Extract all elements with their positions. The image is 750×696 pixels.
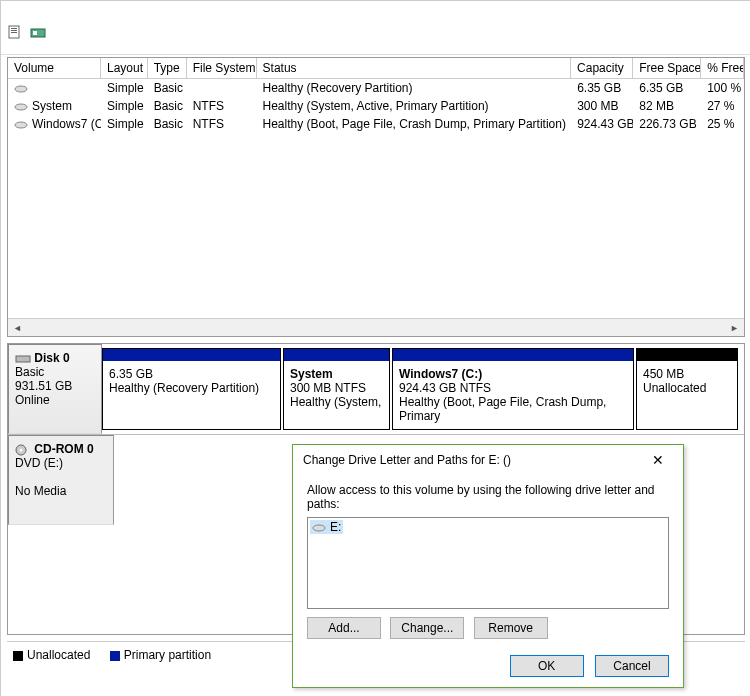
volume-icon bbox=[14, 83, 28, 95]
svg-rect-2 bbox=[11, 30, 17, 31]
disk-management-window: { "toolbar": {"icons": ["properties-icon… bbox=[0, 0, 750, 696]
partition[interactable]: Windows7 (C:)924.43 GB NTFSHealthy (Boot… bbox=[392, 348, 634, 430]
svg-point-8 bbox=[15, 122, 27, 128]
partition[interactable]: 6.35 GBHealthy (Recovery Partition) bbox=[102, 348, 281, 430]
column-headers[interactable]: Volume Layout Type File System Status Ca… bbox=[8, 58, 744, 79]
svg-point-12 bbox=[313, 525, 325, 531]
volume-icon bbox=[14, 101, 28, 113]
hscrollbar[interactable]: ◄ ► bbox=[8, 318, 744, 336]
dialog-title: Change Drive Letter and Paths for E: () bbox=[303, 453, 511, 467]
partition-bar bbox=[284, 349, 389, 361]
legend-label-unallocated: Unallocated bbox=[27, 648, 90, 662]
col-type[interactable]: Type bbox=[148, 58, 187, 78]
svg-rect-5 bbox=[33, 31, 37, 35]
drive-icon bbox=[312, 522, 326, 534]
disk-icon bbox=[15, 353, 31, 365]
remove-button[interactable]: Remove bbox=[474, 617, 548, 639]
svg-rect-1 bbox=[11, 28, 17, 29]
partition-bar bbox=[103, 349, 280, 361]
partition-map: 6.35 GBHealthy (Recovery Partition)Syste… bbox=[102, 348, 740, 430]
scroll-left-icon[interactable]: ◄ bbox=[10, 320, 25, 335]
partition-bar bbox=[637, 349, 737, 361]
menubar bbox=[1, 1, 750, 22]
refresh-icon[interactable] bbox=[30, 25, 46, 41]
col-pct[interactable]: % Free bbox=[701, 58, 744, 78]
svg-point-6 bbox=[15, 86, 27, 92]
volume-rows: SimpleBasicHealthy (Recovery Partition)6… bbox=[8, 79, 744, 318]
svg-point-7 bbox=[15, 104, 27, 110]
col-volume[interactable]: Volume bbox=[8, 58, 101, 78]
cdrom-icon bbox=[15, 444, 31, 456]
col-capacity[interactable]: Capacity bbox=[571, 58, 633, 78]
volume-list: Volume Layout Type File System Status Ca… bbox=[7, 57, 745, 337]
legend-swatch-unallocated bbox=[13, 651, 23, 661]
toolbar bbox=[1, 22, 750, 55]
col-fs[interactable]: File System bbox=[187, 58, 257, 78]
disk-header[interactable]: Disk 0Basic931.51 GBOnline bbox=[8, 344, 102, 434]
properties-icon[interactable] bbox=[7, 25, 23, 41]
legend-swatch-primary bbox=[110, 651, 120, 661]
disk-panel[interactable]: Disk 0Basic931.51 GBOnline6.35 GBHealthy… bbox=[8, 344, 744, 435]
ok-button[interactable]: OK bbox=[510, 655, 584, 677]
partition-bar bbox=[393, 349, 633, 361]
svg-point-11 bbox=[20, 448, 23, 451]
drive-letter-listbox[interactable]: E: bbox=[307, 517, 669, 609]
change-button[interactable]: Change... bbox=[390, 617, 464, 639]
disk-header[interactable]: CD-ROM 0DVD (E:)No Media bbox=[8, 435, 114, 525]
svg-rect-3 bbox=[11, 32, 17, 33]
table-row[interactable]: SystemSimpleBasicNTFSHealthy (System, Ac… bbox=[8, 97, 744, 115]
dialog-prompt: Allow access to this volume by using the… bbox=[307, 483, 669, 511]
partition[interactable]: System300 MB NTFSHealthy (System, bbox=[283, 348, 390, 430]
table-row[interactable]: Windows7 (C:)SimpleBasicNTFSHealthy (Boo… bbox=[8, 115, 744, 133]
change-drive-letter-dialog: Change Drive Letter and Paths for E: () … bbox=[292, 444, 684, 688]
volume-icon bbox=[14, 119, 28, 131]
cancel-button[interactable]: Cancel bbox=[595, 655, 669, 677]
close-icon[interactable]: ✕ bbox=[643, 445, 673, 475]
col-layout[interactable]: Layout bbox=[101, 58, 148, 78]
col-status[interactable]: Status bbox=[257, 58, 572, 78]
table-row[interactable]: SimpleBasicHealthy (Recovery Partition)6… bbox=[8, 79, 744, 97]
svg-rect-9 bbox=[16, 356, 30, 362]
add-button[interactable]: Add... bbox=[307, 617, 381, 639]
list-item[interactable]: E: bbox=[310, 520, 343, 534]
partition[interactable]: 450 MBUnallocated bbox=[636, 348, 738, 430]
scroll-right-icon[interactable]: ► bbox=[727, 320, 742, 335]
legend-label-primary: Primary partition bbox=[124, 648, 211, 662]
col-free[interactable]: Free Space bbox=[633, 58, 701, 78]
